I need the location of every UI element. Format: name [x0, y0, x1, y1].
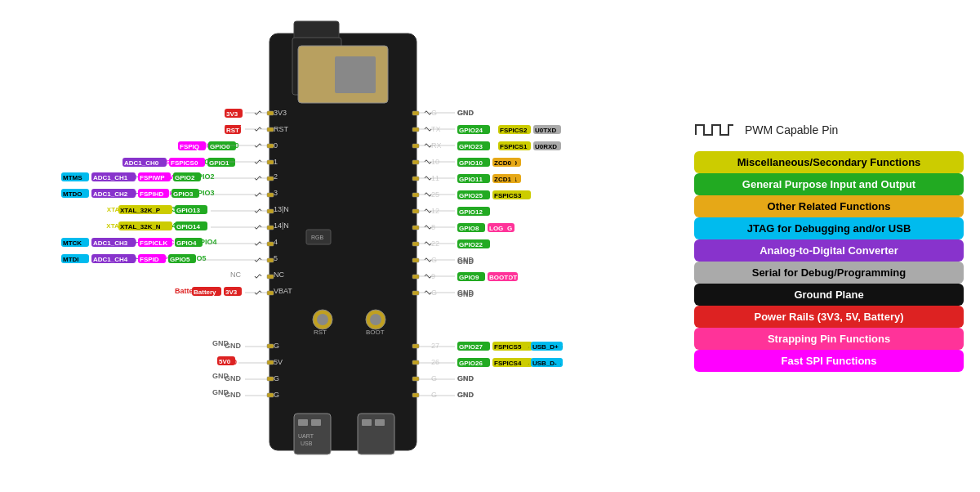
svg-rect-43 — [412, 209, 419, 213]
svg-rect-14 — [298, 419, 308, 426]
svg-text:27: 27 — [431, 342, 439, 350]
svg-text:G: G — [274, 374, 279, 382]
svg-text:UART: UART — [298, 433, 314, 439]
legend-item: Ground Plane — [694, 284, 964, 306]
svg-rect-19 — [362, 419, 372, 426]
svg-rect-41 — [412, 177, 419, 181]
svg-text:U0TXD: U0TXD — [535, 127, 556, 134]
svg-rect-46 — [412, 258, 419, 262]
svg-text:Battery: Battery — [194, 288, 216, 296]
svg-rect-29 — [267, 242, 274, 246]
svg-rect-21 — [267, 111, 274, 115]
diagram-area: RGB RST BOOT UART USB — [16, 9, 686, 483]
pwm-wave-icon — [694, 120, 735, 140]
svg-rect-50 — [412, 360, 419, 365]
legend-item: Other Related Functions — [694, 195, 964, 217]
svg-text:GPIO22: GPIO22 — [459, 241, 483, 248]
svg-text:G: G — [431, 391, 437, 399]
svg-text:ZCD1: ZCD1 — [494, 176, 511, 183]
svg-text:GPIO4: GPIO4 — [176, 239, 197, 247]
svg-rect-47 — [412, 275, 419, 279]
svg-rect-38 — [412, 127, 419, 132]
svg-rect-36 — [267, 393, 274, 397]
svg-text:FSPICS2: FSPICS2 — [500, 127, 528, 134]
svg-rect-4 — [335, 56, 376, 93]
svg-text:GPIO13: GPIO13 — [176, 207, 200, 214]
svg-rect-27 — [267, 209, 274, 213]
svg-text:ADC1_CH4: ADC1_CH4 — [93, 256, 128, 263]
svg-text:MTDO: MTDO — [63, 190, 82, 198]
svg-text:14|N: 14|N — [274, 221, 289, 230]
svg-rect-25 — [267, 177, 274, 181]
svg-text:FSPICS5: FSPICS5 — [494, 343, 522, 351]
svg-text:GPIO2: GPIO2 — [175, 174, 195, 181]
svg-text:GND: GND — [457, 391, 474, 399]
legend-item: JTAG for Debugging and/or USB — [694, 217, 964, 239]
pwm-legend: PWM Capable Pin — [694, 120, 964, 140]
svg-text:GND: GND — [457, 290, 474, 298]
svg-text:RST: RST — [274, 125, 289, 133]
svg-rect-39 — [412, 144, 419, 148]
svg-text:U0RXD: U0RXD — [535, 143, 557, 150]
svg-text:MTMS: MTMS — [63, 174, 82, 181]
pwm-label: PWM Capable Pin — [745, 123, 838, 136]
svg-text:5V0: 5V0 — [219, 358, 231, 365]
legend-item: General Purpose Input and Output — [694, 173, 964, 195]
svg-text:GND: GND — [457, 109, 474, 117]
svg-text:GPIO10: GPIO10 — [459, 159, 483, 167]
svg-text:ZCD0: ZCD0 — [494, 159, 511, 167]
svg-text:MTCK: MTCK — [63, 239, 82, 247]
svg-text:3V3: 3V3 — [226, 110, 238, 118]
svg-text:GPIO12: GPIO12 — [459, 208, 483, 216]
svg-text:GPIO3: GPIO3 — [173, 190, 194, 198]
svg-rect-45 — [412, 242, 419, 246]
svg-text:GPIO1: GPIO1 — [209, 159, 229, 167]
svg-text:FSPICS4: FSPICS4 — [494, 360, 522, 367]
svg-text:G: G — [274, 391, 279, 399]
svg-rect-40 — [412, 160, 419, 164]
svg-text:XTAL_32K_P: XTAL_32K_P — [120, 207, 161, 214]
svg-text:ADC1_CH1: ADC1_CH1 — [93, 174, 128, 181]
svg-rect-52 — [412, 393, 419, 397]
svg-rect-23 — [267, 144, 274, 148]
svg-text:GND: GND — [457, 374, 474, 382]
svg-rect-20 — [375, 419, 385, 426]
svg-text:LOG: LOG — [489, 225, 503, 232]
svg-rect-49 — [412, 344, 419, 348]
svg-text:GPIO9: GPIO9 — [459, 274, 479, 281]
svg-text:ADC1_CH3: ADC1_CH3 — [93, 239, 128, 247]
legend-item: Strapping Pin Functions — [694, 328, 964, 350]
svg-text:GND: GND — [212, 339, 229, 347]
svg-text:FSPICS3: FSPICS3 — [494, 192, 522, 199]
svg-text:XTAL_32K_N: XTAL_32K_N — [120, 223, 161, 230]
legend-item: Miscellaneous/Secondary Functions — [694, 151, 964, 173]
svg-text:G: G — [431, 374, 437, 382]
svg-text:USB: USB — [301, 441, 313, 446]
svg-rect-42 — [412, 193, 419, 197]
svg-text:GPIO24: GPIO24 — [459, 127, 483, 134]
svg-rect-22 — [267, 127, 274, 132]
svg-text:GPIO25: GPIO25 — [459, 192, 483, 199]
legend-item: Analog-to-Digital Converter — [694, 239, 964, 262]
legend-item: Serial for Debug/Programming — [694, 262, 964, 284]
svg-text:FSPID: FSPID — [140, 256, 159, 263]
svg-rect-34 — [267, 360, 274, 365]
svg-text:FSPICS1: FSPICS1 — [500, 143, 528, 150]
svg-text:1: 1 — [274, 158, 278, 166]
svg-rect-35 — [267, 377, 274, 381]
svg-text:RST: RST — [226, 127, 239, 134]
svg-text:26: 26 — [431, 358, 439, 366]
svg-text:GND: GND — [212, 372, 229, 380]
svg-rect-32 — [267, 291, 274, 295]
svg-text:RST: RST — [314, 329, 327, 336]
svg-text:GPIO14: GPIO14 — [176, 223, 200, 230]
pinout-diagram: RGB RST BOOT UART USB — [16, 9, 686, 483]
svg-text:GND: GND — [457, 257, 474, 266]
svg-rect-51 — [412, 377, 419, 381]
svg-text:NC: NC — [274, 271, 284, 279]
legend-item: Power Rails (3V3, 5V, Battery) — [694, 306, 964, 328]
svg-text:FSPICLK: FSPICLK — [140, 239, 167, 247]
legend-area: PWM Capable Pin Miscellaneous/Secondary … — [686, 9, 964, 483]
svg-text:GPIO5: GPIO5 — [170, 256, 190, 263]
svg-text:GPIO23: GPIO23 — [459, 143, 483, 150]
